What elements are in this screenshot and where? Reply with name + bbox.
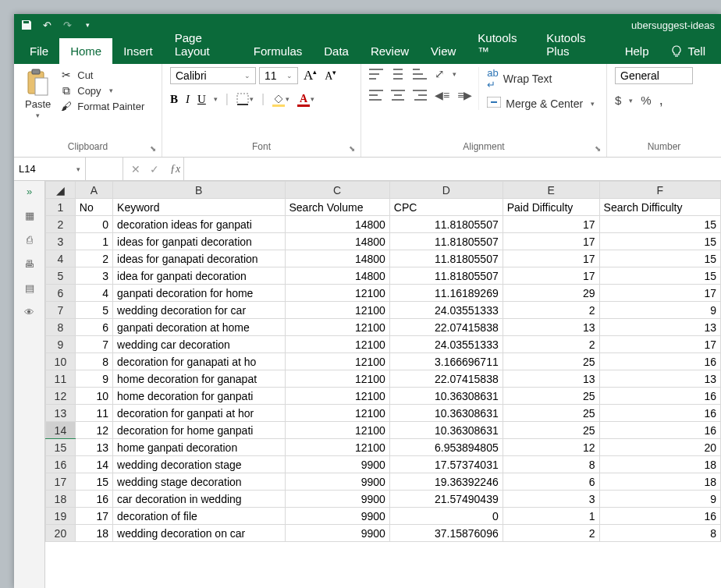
cell[interactable]: 15: [599, 267, 720, 285]
cell[interactable]: 12100: [285, 405, 389, 422]
row-header[interactable]: 6: [46, 285, 76, 302]
cell[interactable]: 29: [503, 285, 599, 302]
cell[interactable]: 6.953894805: [389, 439, 503, 456]
cell[interactable]: 8: [75, 353, 112, 370]
row-header[interactable]: 10: [46, 353, 76, 370]
tab-page-layout[interactable]: Page Layout: [164, 25, 243, 64]
table-row[interactable]: 97wedding car decoration1210024.03551333…: [46, 336, 721, 353]
format-painter-button[interactable]: 🖌Format Painter: [60, 100, 144, 112]
paste-button[interactable]: Paste ▾: [22, 67, 54, 121]
cell[interactable]: wedding car decoration: [113, 336, 285, 353]
align-middle-button[interactable]: [391, 69, 405, 80]
cell[interactable]: wedding decoration on car: [113, 525, 285, 542]
cell[interactable]: decoration for home ganpati: [113, 422, 285, 439]
table-row[interactable]: 1816car decoration in wedding990021.5749…: [46, 491, 721, 508]
tab-data[interactable]: Data: [313, 38, 360, 64]
cell[interactable]: 10.36308631: [389, 405, 503, 422]
table-row[interactable]: 1311decoration for ganpati at hor1210010…: [46, 405, 721, 422]
chevron-down-icon[interactable]: ▾: [214, 95, 218, 103]
cell[interactable]: decoration ideas for ganpati: [113, 216, 285, 233]
cell[interactable]: 15: [599, 216, 720, 233]
cell[interactable]: 2: [503, 525, 599, 542]
cell[interactable]: 17: [503, 216, 599, 233]
font-name-select[interactable]: Calibri⌄: [170, 67, 256, 84]
panel-icon[interactable]: ⎙: [27, 234, 33, 246]
cell[interactable]: 7: [75, 336, 112, 353]
column-header[interactable]: D: [389, 182, 503, 199]
cell[interactable]: home decoration for ganpati: [113, 388, 285, 405]
cell[interactable]: 18: [599, 456, 720, 473]
cell[interactable]: 14800: [285, 233, 389, 250]
cell[interactable]: 9: [599, 302, 720, 319]
cell[interactable]: decoration for ganapati at ho: [113, 353, 285, 370]
row-header[interactable]: 18: [46, 491, 76, 508]
cell[interactable]: 14: [75, 456, 112, 473]
cell[interactable]: 22.07415838: [389, 319, 503, 336]
tab-home[interactable]: Home: [59, 38, 112, 64]
table-row[interactable]: 53idea for ganpati decoration1480011.818…: [46, 267, 721, 285]
table-row[interactable]: 1210home decoration for ganpati1210010.3…: [46, 388, 721, 405]
row-header[interactable]: 19: [46, 508, 76, 525]
increase-font-icon[interactable]: A▴: [301, 68, 319, 83]
table-row[interactable]: 1715wedding stage decoration990019.36392…: [46, 473, 721, 491]
align-top-button[interactable]: [369, 69, 383, 80]
row-header[interactable]: 2: [46, 216, 76, 233]
number-format-select[interactable]: General: [615, 67, 693, 84]
column-header[interactable]: C: [285, 182, 389, 199]
cell[interactable]: 9900: [285, 456, 389, 473]
tab-review[interactable]: Review: [360, 38, 420, 64]
cell[interactable]: decoration for ganpati at hor: [113, 405, 285, 422]
tell-me[interactable]: Tell: [659, 38, 716, 64]
cell[interactable]: 9900: [285, 525, 389, 542]
cell[interactable]: 9900: [285, 508, 389, 525]
align-bottom-button[interactable]: [413, 69, 427, 80]
cell[interactable]: 11.81805507: [389, 250, 503, 267]
cell[interactable]: 13: [75, 439, 112, 456]
dialog-launcher-icon[interactable]: ⬊: [592, 143, 603, 154]
cell[interactable]: 12100: [285, 388, 389, 405]
cell[interactable]: 21.57490439: [389, 491, 503, 508]
cell[interactable]: ganpati decoration for home: [113, 285, 285, 302]
cell[interactable]: 16: [599, 422, 720, 439]
cell[interactable]: 10.36308631: [389, 422, 503, 439]
align-left-button[interactable]: [369, 90, 383, 101]
decrease-indent-button[interactable]: ◀≡: [435, 89, 449, 101]
spreadsheet-grid[interactable]: ◢ A B C D E F 1 No Keyword Search Volume: [45, 181, 721, 542]
cell[interactable]: 2: [503, 336, 599, 353]
cell[interactable]: 12: [503, 439, 599, 456]
cell[interactable]: Keyword: [113, 199, 285, 216]
tab-insert[interactable]: Insert: [112, 38, 164, 64]
table-row[interactable]: 1614wedding decoration stage990017.57374…: [46, 456, 721, 473]
cell[interactable]: 16: [599, 353, 720, 370]
tab-file[interactable]: File: [19, 38, 59, 64]
row-header[interactable]: 15: [46, 439, 76, 456]
cell[interactable]: 17.57374031: [389, 456, 503, 473]
save-icon[interactable]: [20, 19, 33, 31]
cell[interactable]: 15: [599, 250, 720, 267]
cell[interactable]: 24.03551333: [389, 302, 503, 319]
cell[interactable]: 12100: [285, 439, 389, 456]
cell[interactable]: 2: [503, 302, 599, 319]
cell[interactable]: ideas for ganpati decoration: [113, 233, 285, 250]
cell[interactable]: 14800: [285, 267, 389, 285]
cell[interactable]: 8: [599, 525, 720, 542]
cell[interactable]: 17: [503, 267, 599, 285]
table-row[interactable]: 86ganpati decoration at home1210022.0741…: [46, 319, 721, 336]
cell[interactable]: 13: [503, 370, 599, 388]
row-header[interactable]: 14: [46, 422, 76, 439]
cell[interactable]: 18: [599, 473, 720, 491]
tab-formulas[interactable]: Formulas: [243, 38, 314, 64]
undo-icon[interactable]: ↶: [41, 19, 53, 31]
wrap-text-button[interactable]: ab↵Wrap Text: [487, 67, 595, 90]
increase-indent-button[interactable]: ≡▶: [457, 89, 472, 101]
cell[interactable]: home ganpati decoration: [113, 439, 285, 456]
dialog-launcher-icon[interactable]: ⬊: [147, 143, 158, 154]
cell[interactable]: 9900: [285, 473, 389, 491]
cell[interactable]: 19.36392246: [389, 473, 503, 491]
cut-button[interactable]: ✂Cut: [60, 69, 144, 81]
cell[interactable]: 12100: [285, 370, 389, 388]
row-header[interactable]: 17: [46, 473, 76, 491]
cell[interactable]: ideas for ganapati decoration: [113, 250, 285, 267]
cell[interactable]: 12100: [285, 422, 389, 439]
cell[interactable]: 25: [503, 353, 599, 370]
